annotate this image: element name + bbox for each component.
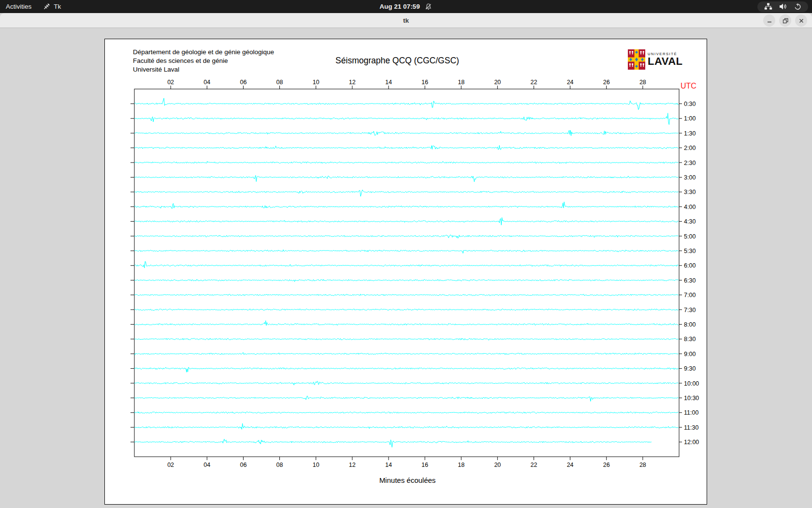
power-icon: [794, 3, 801, 10]
volume-icon: [779, 3, 787, 10]
gnome-top-bar: Activities Tk Aug 21 07:59: [0, 0, 812, 13]
utc-time-label: 9:00: [684, 351, 696, 358]
seismogram-trace: [134, 439, 652, 448]
x-tick-label-top: 04: [203, 79, 210, 86]
seismogram-trace: [134, 338, 679, 340]
window-title: tk: [0, 13, 812, 28]
utc-time-label: 10:00: [684, 380, 699, 387]
seismogram-trace: [134, 353, 679, 355]
utc-time-label: 8:00: [684, 321, 696, 328]
seismogram-trace: [134, 381, 679, 385]
seismogram-trace: [134, 161, 679, 164]
seismogram-trace: [134, 261, 679, 268]
x-tick-label-top: 12: [349, 79, 356, 86]
seismogram-trace: [134, 294, 679, 296]
x-tick-label-top: 28: [639, 79, 646, 86]
minimize-button[interactable]: [763, 15, 775, 27]
x-tick-label-top: 14: [385, 79, 392, 86]
seismogram-trace: [134, 279, 679, 282]
seismogram-trace: [134, 98, 679, 110]
utc-time-label: 11:30: [684, 424, 698, 431]
close-button[interactable]: [795, 15, 807, 27]
x-tick-label-bottom: 02: [167, 462, 174, 468]
seismogram-trace: [134, 423, 679, 429]
utc-time-label: 11:00: [684, 409, 698, 416]
app-name-label: Tk: [54, 3, 61, 10]
network-wired-icon: [764, 3, 772, 10]
system-status-menu[interactable]: [757, 1, 808, 12]
activities-button[interactable]: Activities: [0, 0, 37, 13]
seismogram-trace: [134, 176, 679, 182]
utc-time-label: 2:00: [684, 145, 696, 151]
x-tick-label-top: 06: [240, 79, 246, 86]
utc-time-label: 1:30: [684, 130, 696, 137]
seismogram-trace: [134, 235, 679, 238]
clock-menu[interactable]: Aug 21 07:59: [379, 0, 432, 13]
x-tick-label-top: 20: [494, 79, 501, 86]
utc-time-label: 4:30: [684, 218, 696, 225]
tk-window-body: Département de géologie et de génie géol…: [0, 28, 812, 508]
window-titlebar[interactable]: tk: [0, 13, 812, 28]
x-tick-label-bottom: 16: [421, 462, 428, 468]
seismogram-trace: [134, 190, 679, 196]
utc-time-label: 3:00: [684, 174, 696, 181]
clock-label: Aug 21 07:59: [379, 3, 420, 10]
tk-feather-icon: [43, 3, 50, 10]
x-tick-label-top: 18: [458, 79, 464, 86]
focused-app-indicator[interactable]: Tk: [37, 0, 67, 13]
x-tick-label-top: 08: [276, 79, 283, 86]
notifications-muted-icon: [425, 3, 433, 11]
utc-time-label: 12:00: [684, 439, 699, 446]
utc-time-label: 2:30: [684, 160, 696, 166]
x-tick-label-bottom: 22: [531, 462, 537, 468]
x-tick-label-bottom: 28: [639, 462, 646, 468]
utc-time-label: 1:00: [684, 115, 696, 122]
x-tick-label-bottom: 04: [203, 462, 210, 468]
seismogram-trace: [134, 130, 679, 136]
helicorder-plot: 0202040406060808101012121414161618182020…: [105, 39, 707, 504]
utc-time-label: 0:30: [684, 101, 696, 107]
utc-time-label: 6:30: [684, 277, 696, 284]
close-icon: [798, 18, 804, 24]
maximize-icon: [783, 18, 788, 24]
seismogram-trace: [134, 412, 679, 414]
x-tick-label-bottom: 10: [313, 462, 319, 468]
utc-time-label: 7:30: [684, 307, 696, 314]
seismogram-trace: [134, 218, 679, 225]
seismogram-trace: [134, 250, 679, 253]
seismogram-trace: [134, 367, 679, 372]
x-tick-label-bottom: 12: [349, 462, 356, 468]
utc-time-label: 8:30: [684, 336, 696, 343]
x-tick-label-bottom: 26: [603, 462, 610, 468]
x-tick-label-top: 24: [567, 79, 574, 86]
seismogram-trace: [134, 113, 679, 125]
x-tick-label-bottom: 24: [567, 462, 574, 468]
utc-time-label: 9:30: [684, 365, 696, 372]
x-tick-label-bottom: 14: [385, 462, 392, 468]
seismogram-trace: [134, 396, 679, 401]
utc-time-label: 5:30: [684, 248, 696, 254]
x-tick-label-bottom: 20: [494, 462, 501, 468]
minimize-icon: [767, 18, 772, 24]
utc-time-label: 6:00: [684, 262, 696, 269]
plot-frame: [134, 89, 679, 457]
x-tick-label-bottom: 06: [240, 462, 246, 468]
x-tick-label-top: 10: [313, 79, 319, 86]
x-tick-label-bottom: 08: [276, 462, 283, 468]
maximize-button[interactable]: [779, 15, 791, 27]
utc-time-label: 3:30: [684, 189, 696, 195]
seismogram-trace: [134, 321, 679, 326]
utc-time-label: 7:00: [684, 292, 696, 299]
seismogram-trace: [134, 145, 679, 149]
seismogram-trace: [134, 202, 679, 209]
x-tick-label-top: 16: [421, 79, 428, 86]
x-tick-label-bottom: 18: [458, 462, 464, 468]
x-tick-label-top: 02: [167, 79, 174, 86]
utc-time-label: 10:30: [684, 395, 699, 402]
utc-time-label: 4:00: [684, 204, 696, 210]
utc-time-label: 5:00: [684, 233, 696, 240]
x-tick-label-top: 26: [603, 79, 610, 86]
seismograph-canvas: Département de géologie et de génie géol…: [104, 39, 707, 505]
x-tick-label-top: 22: [531, 79, 537, 86]
seismogram-trace: [134, 309, 679, 311]
